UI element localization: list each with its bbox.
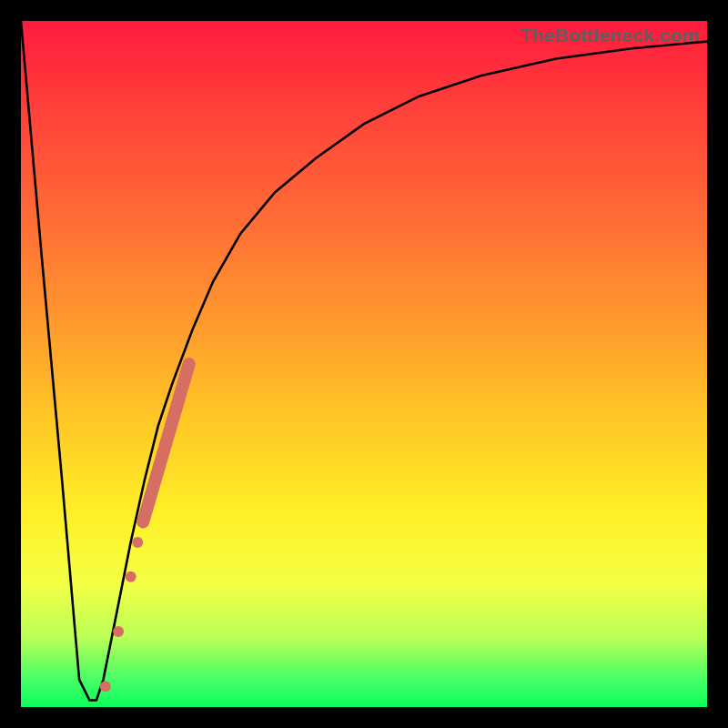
bottleneck-curve (21, 21, 707, 701)
plot-area: TheBottleneck.com (21, 21, 707, 707)
data-marker (113, 626, 124, 637)
data-marker (126, 571, 136, 582)
data-marker (100, 681, 111, 692)
highlight-segment (143, 364, 189, 521)
data-marker (132, 537, 143, 548)
curve-layer (21, 21, 707, 707)
chart-frame: TheBottleneck.com (0, 0, 728, 728)
